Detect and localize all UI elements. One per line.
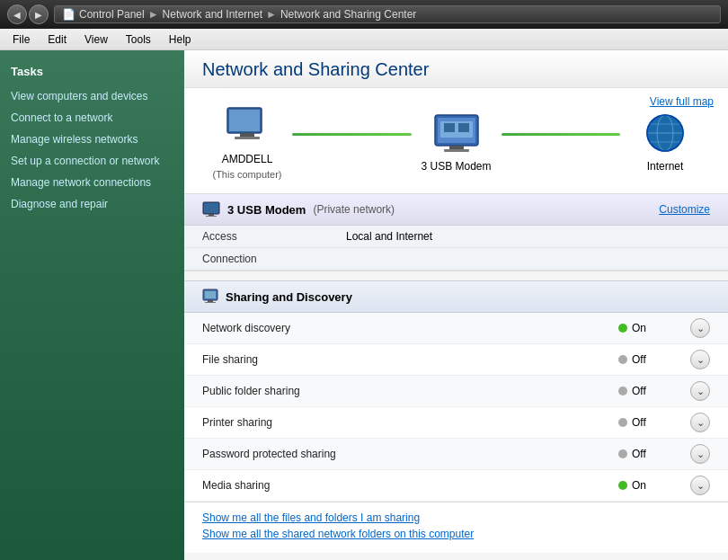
expand-btn-3[interactable]: ⌄ (690, 413, 710, 432)
breadcrumb-item-1[interactable]: Control Panel (79, 8, 145, 21)
svg-rect-22 (208, 300, 213, 302)
svg-rect-17 (203, 202, 219, 214)
menu-bar: File Edit View Tools Help (0, 29, 728, 50)
status-dot-0 (618, 324, 627, 333)
breadcrumb-icon: 📄 (62, 8, 75, 21)
sharing-name-0: Network discovery (202, 322, 618, 334)
diagram-nodes: AMDDELL (This computer) (202, 97, 710, 180)
sharing-row-3: Printer sharing Off ⌄ (184, 407, 728, 439)
status-dot-3 (618, 418, 627, 427)
diagram-node-internet: Internet (620, 113, 710, 173)
bottom-link-0[interactable]: Show me all the files and folders I am s… (202, 511, 710, 524)
sharing-status-text-1: Off (632, 353, 646, 366)
svg-rect-23 (205, 302, 216, 303)
svg-rect-1 (229, 110, 260, 131)
detail-connection-label: Connection (202, 253, 346, 265)
network-name: 3 USB Modem (227, 203, 306, 217)
node-computer-label: AMDDELL (222, 153, 273, 165)
sharing-row-1: File sharing Off ⌄ (184, 344, 728, 376)
network-name-bar: 3 USB Modem (Private network) Customize (184, 194, 728, 226)
svg-rect-7 (444, 123, 455, 132)
diagram-node-computer: AMDDELL (This computer) (202, 106, 292, 180)
menu-help[interactable]: Help (160, 31, 200, 48)
svg-rect-9 (449, 146, 464, 149)
sharing-row-0: Network discovery On ⌄ (184, 313, 728, 344)
network-details: Access Local and Internet Connection (184, 226, 728, 271)
node-computer-sublabel: (This computer) (212, 169, 281, 180)
sidebar-item-manage-connections[interactable]: Manage network connections (0, 172, 184, 193)
sidebar: Tasks View computers and devices Connect… (0, 50, 184, 560)
detail-access-label: Access (202, 230, 346, 243)
sharing-status-text-4: Off (632, 448, 646, 460)
svg-rect-2 (240, 133, 254, 137)
sharing-name-3: Printer sharing (202, 416, 618, 429)
title-bar: ◀ ▶ 📄 Control Panel ► Network and Intern… (0, 0, 728, 29)
sidebar-tasks-label: Tasks (0, 61, 184, 85)
view-full-map-link[interactable]: View full map (650, 95, 714, 108)
network-info: 3 USB Modem (Private network) Customize … (184, 194, 728, 271)
detail-row-access: Access Local and Internet (184, 226, 728, 248)
sharing-icon (202, 289, 218, 305)
status-dot-4 (618, 449, 627, 458)
expand-btn-1[interactable]: ⌄ (690, 350, 710, 369)
detail-row-connection: Connection (184, 248, 728, 271)
sharing-section: Sharing and Discovery Network discovery … (184, 280, 728, 502)
network-type: (Private network) (313, 203, 395, 216)
computer-icon (222, 106, 272, 149)
content-header: Network and Sharing Center (184, 50, 728, 88)
menu-view[interactable]: View (75, 31, 117, 48)
sidebar-item-diagnose-repair[interactable]: Diagnose and repair (0, 193, 184, 215)
sidebar-item-wireless-networks[interactable]: Manage wireless networks (0, 129, 184, 150)
sharing-name-5: Media sharing (202, 479, 618, 492)
detail-access-value: Local and Internet (346, 230, 432, 243)
nav-buttons: ◀ ▶ (7, 4, 49, 24)
expand-btn-4[interactable]: ⌄ (690, 444, 710, 464)
menu-edit[interactable]: Edit (39, 31, 75, 48)
svg-rect-21 (205, 291, 216, 298)
page-title: Network and Sharing Center (202, 59, 710, 80)
node-modem-label: 3 USB Modem (421, 160, 491, 173)
svg-rect-3 (235, 137, 260, 139)
back-button[interactable]: ◀ (7, 4, 27, 24)
sharing-status-0: On (618, 322, 690, 334)
node-internet-label: Internet (647, 160, 684, 173)
sharing-row-4: Password protected sharing Off ⌄ (184, 439, 728, 470)
sharing-name-2: Public folder sharing (202, 385, 618, 397)
network-diagram: View full map AMDDELL (This computer) (184, 88, 728, 194)
diagram-node-modem: 3 USB Modem (412, 113, 502, 173)
sharing-status-text-2: Off (632, 385, 646, 397)
bottom-link-1[interactable]: Show me all the shared network folders o… (202, 528, 710, 540)
modem-icon (431, 113, 482, 156)
expand-btn-5[interactable]: ⌄ (690, 476, 710, 495)
main-layout: Tasks View computers and devices Connect… (0, 50, 728, 560)
sharing-status-5: On (618, 479, 690, 492)
sharing-name-1: File sharing (202, 353, 618, 366)
menu-tools[interactable]: Tools (117, 31, 160, 48)
sharing-status-3: Off (618, 416, 690, 429)
customize-link[interactable]: Customize (659, 203, 710, 216)
sidebar-item-view-computers[interactable]: View computers and devices (0, 85, 184, 107)
sidebar-item-connect-network[interactable]: Connect to a network (0, 107, 184, 129)
expand-btn-2[interactable]: ⌄ (690, 381, 710, 401)
sidebar-item-setup-connection[interactable]: Set up a connection or network (0, 150, 184, 172)
status-dot-5 (618, 481, 627, 490)
breadcrumb: 📄 Control Panel ► Network and Internet ►… (54, 5, 721, 23)
menu-file[interactable]: File (4, 31, 39, 48)
diagram-line-2 (502, 132, 621, 136)
svg-rect-18 (209, 214, 214, 216)
sharing-name-4: Password protected sharing (202, 448, 618, 460)
breadcrumb-item-3[interactable]: Network and Sharing Center (280, 8, 416, 21)
breadcrumb-item-2[interactable]: Network and Internet (163, 8, 262, 21)
svg-rect-19 (206, 216, 217, 217)
forward-button[interactable]: ▶ (29, 4, 49, 24)
status-dot-2 (618, 387, 627, 396)
content-area: Network and Sharing Center View full map… (184, 50, 728, 560)
expand-btn-0[interactable]: ⌄ (690, 318, 710, 338)
status-dot-1 (618, 355, 627, 364)
sharing-status-text-0: On (632, 322, 646, 334)
sharing-header-text: Sharing and Discovery (226, 290, 352, 304)
svg-rect-8 (458, 123, 469, 132)
sharing-status-1: Off (618, 353, 690, 366)
sharing-status-text-5: On (632, 479, 646, 492)
sharing-row-5: Media sharing On ⌄ (184, 470, 728, 502)
